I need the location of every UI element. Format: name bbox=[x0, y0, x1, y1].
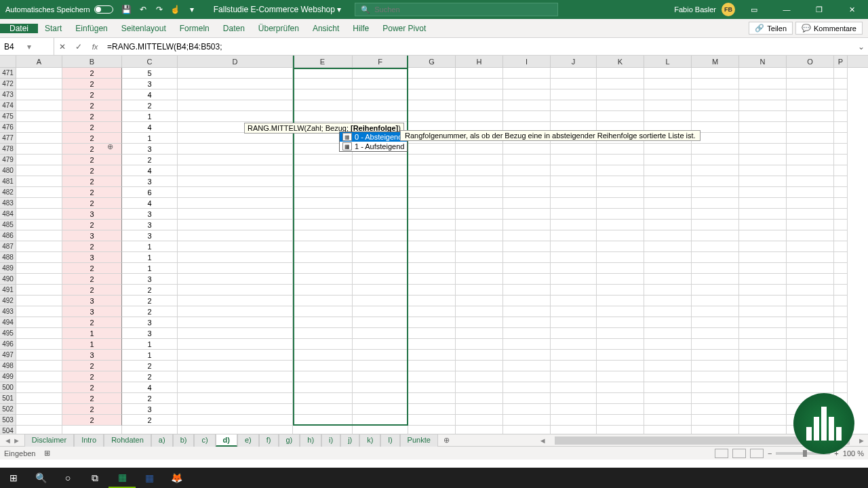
cell[interactable] bbox=[503, 382, 551, 393]
cell[interactable] bbox=[16, 155, 62, 165]
cell[interactable] bbox=[834, 165, 848, 176]
cell[interactable] bbox=[456, 209, 503, 220]
cell[interactable] bbox=[834, 371, 848, 382]
cell[interactable]: 2 bbox=[122, 371, 178, 382]
cell[interactable] bbox=[178, 111, 293, 122]
cell[interactable] bbox=[178, 361, 293, 371]
cell[interactable] bbox=[353, 285, 408, 296]
cell[interactable]: 2 bbox=[122, 306, 178, 317]
cell[interactable] bbox=[551, 187, 597, 198]
cell[interactable] bbox=[597, 382, 644, 393]
cell[interactable] bbox=[692, 382, 739, 393]
cell[interactable] bbox=[353, 350, 408, 361]
cell[interactable] bbox=[353, 371, 408, 382]
cell[interactable] bbox=[456, 144, 503, 155]
cell[interactable] bbox=[503, 350, 551, 361]
cell[interactable] bbox=[456, 252, 503, 263]
row-header[interactable]: 478 bbox=[0, 144, 16, 155]
cell[interactable] bbox=[551, 198, 597, 209]
cell[interactable] bbox=[597, 100, 644, 111]
cell[interactable] bbox=[16, 241, 62, 252]
cell[interactable] bbox=[293, 404, 353, 415]
cell[interactable] bbox=[353, 209, 408, 220]
hscroll-right-icon[interactable]: ► bbox=[855, 436, 868, 445]
cell[interactable] bbox=[408, 393, 456, 404]
cell[interactable] bbox=[353, 100, 408, 111]
cell[interactable] bbox=[551, 100, 597, 111]
cell[interactable] bbox=[353, 252, 408, 263]
cell[interactable] bbox=[408, 306, 456, 317]
cell[interactable] bbox=[178, 306, 293, 317]
cell[interactable] bbox=[178, 393, 293, 404]
word-taskbar-icon[interactable]: ▦ bbox=[136, 468, 163, 488]
cell[interactable] bbox=[16, 230, 62, 241]
row-header[interactable]: 489 bbox=[0, 263, 16, 274]
cell[interactable] bbox=[353, 263, 408, 274]
cell[interactable] bbox=[408, 144, 456, 155]
cell[interactable] bbox=[692, 220, 739, 230]
cell[interactable] bbox=[408, 68, 456, 79]
cell[interactable] bbox=[408, 230, 456, 241]
cell[interactable] bbox=[692, 68, 739, 79]
cell[interactable]: 2 bbox=[62, 220, 122, 230]
cell[interactable]: 3 bbox=[62, 252, 122, 263]
cell[interactable] bbox=[16, 361, 62, 371]
row-header[interactable]: 486 bbox=[0, 230, 16, 241]
cell[interactable] bbox=[353, 187, 408, 198]
cell[interactable] bbox=[644, 361, 692, 371]
column-header-I[interactable]: I bbox=[503, 56, 551, 67]
cell[interactable] bbox=[408, 187, 456, 198]
cell[interactable] bbox=[644, 339, 692, 350]
cell[interactable]: 1 bbox=[122, 339, 178, 350]
cell[interactable] bbox=[503, 68, 551, 79]
worksheet-grid[interactable]: ABCDEFGHIJKLMNOP 47125472234732447422475… bbox=[0, 56, 868, 434]
zoom-level[interactable]: 100 % bbox=[843, 449, 864, 458]
cell[interactable] bbox=[178, 252, 293, 263]
cell[interactable] bbox=[644, 404, 692, 415]
row-header[interactable]: 482 bbox=[0, 187, 16, 198]
cell[interactable] bbox=[293, 371, 353, 382]
cell[interactable] bbox=[551, 165, 597, 176]
sheet-tab-intro[interactable]: Intro bbox=[74, 434, 104, 447]
cell[interactable] bbox=[456, 176, 503, 187]
cell[interactable]: 2 bbox=[122, 393, 178, 404]
cell[interactable] bbox=[16, 111, 62, 122]
row-header[interactable]: 474 bbox=[0, 100, 16, 111]
cell[interactable] bbox=[551, 350, 597, 361]
cell[interactable] bbox=[644, 144, 692, 155]
cell[interactable] bbox=[692, 328, 739, 339]
column-header-A[interactable]: A bbox=[16, 56, 62, 67]
row-header[interactable]: 485 bbox=[0, 220, 16, 230]
cell[interactable] bbox=[739, 230, 787, 241]
cell[interactable]: 2 bbox=[62, 165, 122, 176]
cell[interactable] bbox=[16, 382, 62, 393]
cell[interactable] bbox=[597, 328, 644, 339]
cell[interactable] bbox=[503, 339, 551, 350]
cell[interactable]: 2 bbox=[122, 415, 178, 426]
cell[interactable] bbox=[551, 404, 597, 415]
cell[interactable] bbox=[597, 220, 644, 230]
cell[interactable] bbox=[16, 176, 62, 187]
cell[interactable] bbox=[178, 100, 293, 111]
cell[interactable] bbox=[456, 371, 503, 382]
cell[interactable] bbox=[834, 111, 848, 122]
cell[interactable] bbox=[551, 285, 597, 296]
cell[interactable] bbox=[503, 89, 551, 100]
cell[interactable] bbox=[834, 274, 848, 285]
cell[interactable] bbox=[408, 176, 456, 187]
row-header[interactable]: 490 bbox=[0, 274, 16, 285]
cell[interactable] bbox=[408, 317, 456, 328]
cell[interactable] bbox=[739, 306, 787, 317]
cell[interactable] bbox=[293, 209, 353, 220]
cell[interactable] bbox=[456, 426, 503, 434]
cell[interactable] bbox=[353, 296, 408, 306]
cell[interactable] bbox=[353, 361, 408, 371]
column-header-F[interactable]: F bbox=[353, 56, 408, 67]
cell[interactable] bbox=[353, 393, 408, 404]
cell[interactable]: 2 bbox=[62, 382, 122, 393]
cell[interactable] bbox=[408, 404, 456, 415]
cell[interactable] bbox=[834, 230, 848, 241]
cell[interactable] bbox=[834, 133, 848, 144]
cell[interactable] bbox=[644, 111, 692, 122]
cell[interactable] bbox=[597, 339, 644, 350]
